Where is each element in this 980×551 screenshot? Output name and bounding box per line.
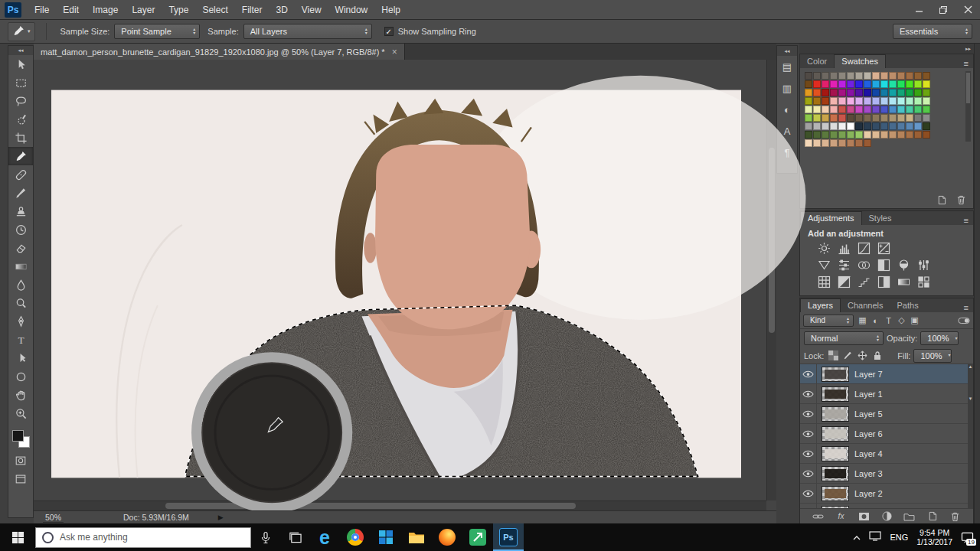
- properties-panel-icon[interactable]: ▤: [777, 56, 797, 77]
- cortana-search-input[interactable]: Ask me anything: [35, 527, 251, 548]
- tray-expand-icon[interactable]: [853, 530, 861, 544]
- visibility-toggle[interactable]: [800, 424, 817, 443]
- tool-lasso[interactable]: [8, 92, 33, 110]
- layer-row-layer-5[interactable]: Layer 5: [800, 404, 973, 424]
- color-swatch[interactable]: [872, 106, 880, 113]
- close-button[interactable]: [956, 0, 980, 19]
- color-swatch[interactable]: [847, 131, 854, 139]
- tool-blur[interactable]: [8, 276, 33, 294]
- sample-dropdown[interactable]: All Layers▴▾: [243, 24, 372, 39]
- color-swatch[interactable]: [872, 122, 880, 130]
- color-swatch[interactable]: [923, 89, 930, 96]
- lock-pixels-icon[interactable]: [841, 350, 854, 362]
- quick-mask-button[interactable]: [8, 452, 33, 470]
- language-indicator[interactable]: ENG: [890, 533, 908, 542]
- color-swatch[interactable]: [830, 114, 838, 122]
- color-swatch[interactable]: [897, 122, 905, 130]
- color-swatch[interactable]: [855, 89, 863, 96]
- tab-color[interactable]: Color: [800, 55, 834, 68]
- adjustment-hue-saturation[interactable]: [835, 257, 852, 273]
- color-swatch[interactable]: [923, 97, 930, 105]
- layer-thumbnail[interactable]: [822, 386, 849, 402]
- layer-thumbnail[interactable]: [822, 367, 849, 382]
- layer-row-layer-3[interactable]: Layer 3: [800, 464, 973, 484]
- layer-row-layer-7[interactable]: Layer 7: [800, 364, 973, 384]
- layer-row-layer-1[interactable]: Layer 1: [800, 384, 973, 404]
- tool-quick-selection[interactable]: [8, 110, 33, 129]
- clock[interactable]: 9:54 PM 1/13/2017: [916, 528, 952, 546]
- tool-eyedropper[interactable]: [8, 147, 33, 165]
- color-swatch[interactable]: [847, 114, 854, 122]
- start-button[interactable]: [0, 523, 35, 551]
- color-swatch[interactable]: [897, 89, 905, 96]
- color-swatch[interactable]: [822, 131, 829, 139]
- taskbar-chrome[interactable]: [340, 523, 371, 551]
- tool-clone-stamp[interactable]: [8, 202, 33, 220]
- color-swatch[interactable]: [805, 106, 812, 113]
- color-swatch[interactable]: [880, 122, 888, 130]
- adjustment-brightness-contrast[interactable]: [815, 240, 832, 256]
- color-swatch[interactable]: [914, 122, 922, 130]
- color-swatch[interactable]: [855, 106, 863, 113]
- layer-row[interactable]: [800, 504, 973, 508]
- delete-swatch-button[interactable]: [953, 193, 969, 207]
- layer-thumbnail[interactable]: [822, 426, 849, 442]
- color-swatch[interactable]: [838, 72, 846, 80]
- smart-object-filter-icon[interactable]: ▣: [908, 315, 921, 327]
- layer-thumbnail[interactable]: [822, 506, 849, 509]
- color-swatch[interactable]: [880, 114, 888, 122]
- minimize-button[interactable]: [906, 0, 931, 19]
- tab-styles[interactable]: Styles: [862, 212, 899, 225]
- color-swatch[interactable]: [914, 106, 922, 113]
- foreground-color-swatch[interactable]: [12, 430, 24, 442]
- swatches-scrollbar[interactable]: [965, 71, 971, 142]
- microphone-button[interactable]: [251, 523, 280, 551]
- color-swatch[interactable]: [813, 89, 821, 96]
- color-swatch[interactable]: [838, 131, 846, 139]
- color-swatch[interactable]: [855, 131, 863, 139]
- color-swatch[interactable]: [830, 131, 838, 139]
- layer-row-layer-4[interactable]: Layer 4: [800, 444, 973, 464]
- adjustment-curves[interactable]: [855, 240, 872, 256]
- menu-window[interactable]: Window: [328, 0, 375, 20]
- color-swatch[interactable]: [855, 139, 863, 147]
- tool-spot-healing-brush[interactable]: [8, 165, 33, 184]
- color-swatch[interactable]: [830, 139, 838, 147]
- color-swatch[interactable]: [872, 97, 880, 105]
- color-swatch[interactable]: [813, 131, 821, 139]
- tab-channels[interactable]: Channels: [841, 299, 890, 312]
- color-swatch[interactable]: [914, 72, 922, 80]
- tool-ellipse[interactable]: [8, 367, 33, 386]
- color-swatch[interactable]: [914, 131, 922, 139]
- tool-zoom[interactable]: [8, 404, 33, 422]
- color-swatch[interactable]: [864, 89, 871, 96]
- color-swatch[interactable]: [906, 80, 913, 88]
- collapse-tools-icon[interactable]: ◂◂: [8, 46, 33, 55]
- color-swatch[interactable]: [880, 97, 888, 105]
- color-swatch[interactable]: [897, 131, 905, 139]
- color-swatch[interactable]: [889, 89, 897, 96]
- color-swatch[interactable]: [906, 122, 913, 130]
- adjustment-gradient-map[interactable]: [895, 274, 912, 290]
- color-swatch[interactable]: [880, 89, 888, 96]
- filter-kind-dropdown[interactable]: Kind ▴▾: [803, 315, 854, 327]
- layer-row-layer-6[interactable]: Layer 6: [800, 424, 973, 444]
- color-swatch[interactable]: [855, 80, 863, 88]
- tool-history-brush[interactable]: [8, 220, 33, 239]
- color-swatch[interactable]: [872, 72, 880, 80]
- type-filter-icon[interactable]: T: [882, 315, 895, 327]
- visibility-toggle[interactable]: [800, 404, 817, 423]
- color-swatch[interactable]: [805, 89, 812, 96]
- color-swatch[interactable]: [906, 106, 913, 113]
- dock-scroll-gutter[interactable]: [974, 44, 980, 523]
- layer-mask-button[interactable]: [856, 510, 871, 523]
- color-swatch[interactable]: [855, 97, 863, 105]
- menu-image[interactable]: Image: [86, 0, 125, 20]
- filter-switch-icon[interactable]: [957, 315, 970, 327]
- adjustment-invert[interactable]: [835, 274, 852, 290]
- color-swatch[interactable]: [914, 97, 922, 105]
- tool-brush[interactable]: [8, 184, 33, 202]
- color-swatch[interactable]: [830, 72, 838, 80]
- layer-thumbnail[interactable]: [822, 486, 849, 501]
- color-swatch[interactable]: [805, 131, 812, 139]
